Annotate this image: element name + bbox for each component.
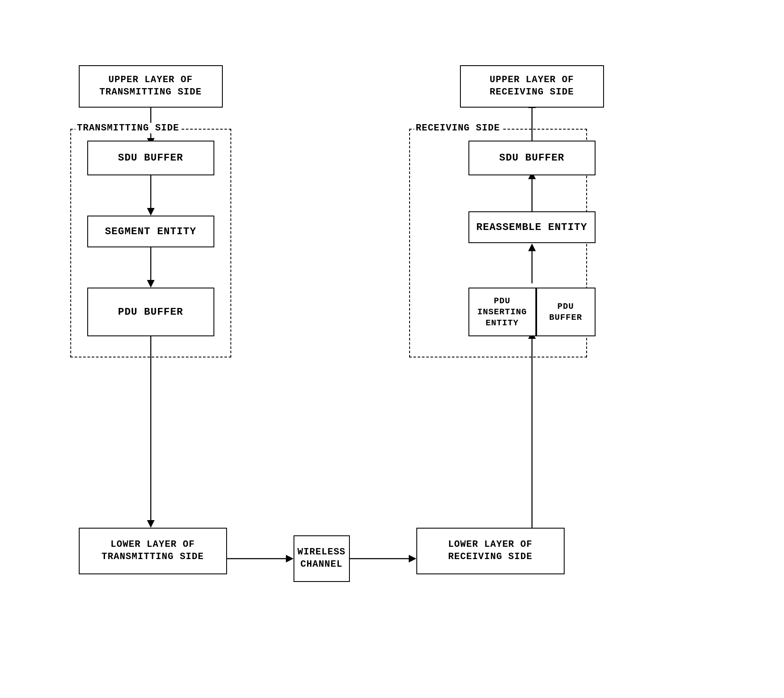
sdu-buffer-rx-box: SDU BUFFER (468, 141, 596, 175)
lower-layer-tx-label: LOWER LAYER OF TRANSMITTING SIDE (102, 539, 204, 563)
svg-marker-9 (286, 555, 294, 562)
pdu-buffer-rx-label: PDU BUFFER (549, 301, 582, 323)
upper-layer-tx-label: UPPER LAYER OF TRANSMITTING SIDE (100, 74, 202, 98)
rx-side-label: RECEIVING SIDE (414, 123, 502, 133)
sdu-buffer-tx-label: SDU BUFFER (118, 151, 183, 164)
pdu-inserting-entity-label: PDU INSERTING ENTITY (477, 296, 527, 329)
lower-layer-rx-box: LOWER LAYER OF RECEIVING SIDE (416, 528, 565, 574)
upper-layer-rx-label: UPPER LAYER OF RECEIVING SIDE (490, 74, 574, 98)
segment-entity-label: SEGMENT ENTITY (105, 225, 197, 238)
wireless-channel-label: WIRELESS CHANNEL (297, 546, 346, 571)
pdu-buffer-tx-box: PDU BUFFER (87, 288, 214, 336)
segment-entity-box: SEGMENT ENTITY (87, 216, 214, 247)
svg-marker-7 (147, 520, 155, 528)
pdu-inserting-entity-box: PDU INSERTING ENTITY (468, 288, 536, 336)
svg-marker-11 (409, 555, 416, 562)
upper-layer-tx-box: UPPER LAYER OF TRANSMITTING SIDE (79, 65, 223, 108)
reassemble-entity-label: REASSEMBLE ENTITY (476, 221, 587, 234)
lower-layer-rx-label: LOWER LAYER OF RECEIVING SIDE (448, 539, 532, 563)
lower-layer-tx-box: LOWER LAYER OF TRANSMITTING SIDE (79, 528, 227, 574)
tx-side-label: TRANSMITTING SIDE (75, 123, 181, 133)
sdu-buffer-tx-box: SDU BUFFER (87, 141, 214, 175)
pdu-buffer-rx-box: PDU BUFFER (536, 288, 596, 336)
pdu-buffer-tx-label: PDU BUFFER (118, 305, 183, 319)
diagram: UPPER LAYER OF TRANSMITTING SIDE TRANSMI… (53, 31, 731, 667)
sdu-buffer-rx-label: SDU BUFFER (499, 151, 564, 164)
reassemble-entity-box: REASSEMBLE ENTITY (468, 211, 596, 243)
upper-layer-rx-box: UPPER LAYER OF RECEIVING SIDE (460, 65, 604, 108)
wireless-channel-box: WIRELESS CHANNEL (294, 535, 350, 582)
